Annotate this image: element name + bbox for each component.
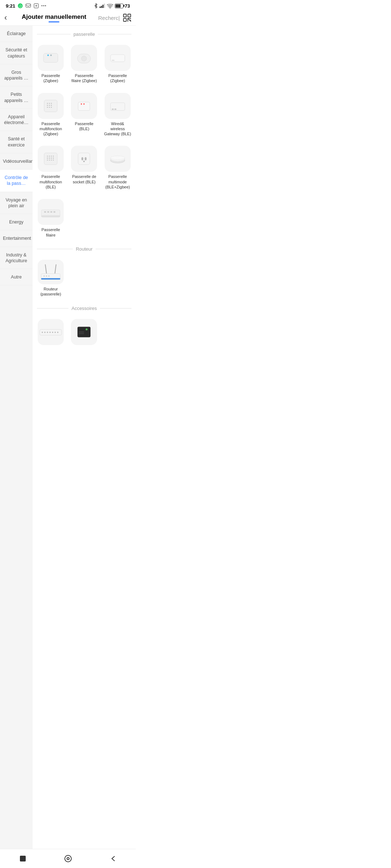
nav-home-button[interactable] <box>63 854 73 861</box>
svg-point-24 <box>47 105 48 106</box>
svg-rect-20 <box>44 100 57 111</box>
svg-rect-49 <box>78 153 90 165</box>
svg-point-22 <box>49 103 50 104</box>
section-accessoires: Accessoires <box>37 306 131 311</box>
device-socket-ble[interactable]: Passerelle de socket (BLE) <box>69 142 99 192</box>
page-title: Ajouter manuellement <box>10 13 98 21</box>
svg-rect-35 <box>114 109 116 110</box>
svg-point-0 <box>18 3 22 8</box>
svg-rect-34 <box>112 109 114 110</box>
accessoires-grid <box>35 315 133 350</box>
title-underline <box>49 21 59 22</box>
nav-back-button[interactable] <box>108 854 118 861</box>
bottom-navigation <box>0 849 136 861</box>
device-filaire-box[interactable]: Passerelle filaire <box>35 195 66 241</box>
svg-point-48 <box>53 160 54 161</box>
svg-point-39 <box>51 156 52 157</box>
device-label: Passerelle multifonction (BLE) <box>37 174 64 190</box>
svg-point-73 <box>50 332 51 333</box>
sidebar-item-controle[interactable]: Contrôle de la pass… <box>0 170 33 192</box>
back-button[interactable]: ‹ <box>4 13 7 22</box>
device-multifonction-ble[interactable]: Passerelle multifonction (BLE) <box>35 142 66 192</box>
sidebar-item-autre[interactable]: Autre <box>0 269 33 285</box>
sidebar-item-electro[interactable]: Appareil électromé… <box>0 109 33 131</box>
message-icon <box>25 3 31 9</box>
sidebar-item-video[interactable]: Vidéosurveillance <box>0 153 33 170</box>
svg-point-21 <box>47 103 48 104</box>
app-header: ‹ Ajouter manuellement Recherc| <box>0 10 136 26</box>
signal-icon <box>100 4 105 8</box>
svg-rect-11 <box>128 14 131 17</box>
main-layout: Éclairage Sécurité et capteurs Gros appa… <box>0 26 136 861</box>
bluetooth-icon <box>94 3 98 9</box>
svg-rect-7 <box>102 5 104 8</box>
status-bar: 9:21 ··· <box>0 0 136 10</box>
search-text[interactable]: Recherc| <box>98 15 120 21</box>
svg-point-72 <box>47 332 48 333</box>
svg-rect-57 <box>41 216 60 217</box>
svg-point-38 <box>49 156 50 157</box>
status-right: 73 <box>94 3 130 9</box>
device-passerelle-ble[interactable]: Passerelle (BLE) <box>69 89 99 140</box>
header-actions: Recherc| <box>98 13 131 22</box>
svg-rect-65 <box>41 278 60 280</box>
device-label: Passerelle (BLE) <box>70 121 98 132</box>
svg-point-76 <box>57 332 59 333</box>
nav-stop-button[interactable] <box>18 854 28 861</box>
battery-icon <box>115 4 123 8</box>
svg-rect-61 <box>54 212 55 213</box>
svg-rect-59 <box>47 212 49 213</box>
device-label: Passerelle multifonction (Zigbee) <box>37 121 64 137</box>
time: 9:21 <box>6 3 15 9</box>
sidebar-item-voyage[interactable]: Voyage en plein air <box>0 192 33 214</box>
svg-point-40 <box>53 156 54 157</box>
svg-point-82 <box>65 855 71 861</box>
svg-rect-36 <box>44 153 57 165</box>
svg-point-32 <box>84 103 85 105</box>
device-label: Passerelle de socket (BLE) <box>70 174 98 184</box>
svg-point-50 <box>81 157 83 161</box>
sidebar-item-sante[interactable]: Santé et exercice <box>0 131 33 153</box>
content-area: passerelle Passerelle (Zigbee) <box>33 26 136 861</box>
svg-point-28 <box>49 107 50 108</box>
sidebar: Éclairage Sécurité et capteurs Gros appa… <box>0 26 33 861</box>
device-router[interactable]: Routeur (passerelle) <box>35 256 66 300</box>
svg-point-52 <box>83 161 85 162</box>
sidebar-item-gros[interactable]: Gros appareils … <box>0 64 33 87</box>
svg-rect-5 <box>100 7 101 8</box>
svg-rect-19 <box>112 60 114 61</box>
svg-rect-60 <box>50 212 52 213</box>
scan-button[interactable] <box>123 13 131 22</box>
svg-rect-10 <box>123 14 126 17</box>
svg-point-27 <box>47 107 48 108</box>
sidebar-item-securite[interactable]: Sécurité et capteurs <box>0 42 33 64</box>
sidebar-item-industry[interactable]: Industry & Agriculture <box>0 247 33 269</box>
sidebar-item-eclairage[interactable]: Éclairage <box>0 26 33 42</box>
device-multifonction-zigbee[interactable]: Passerelle multifonction (Zigbee) <box>35 89 66 140</box>
svg-point-42 <box>49 158 50 159</box>
device-accessory-1[interactable] <box>35 315 66 350</box>
device-wired-wireless[interactable]: Wired& wireless Gateway (BLE) <box>102 89 133 140</box>
svg-point-17 <box>81 56 87 61</box>
svg-rect-1 <box>26 4 30 7</box>
svg-point-43 <box>51 158 52 159</box>
device-passerelle-zigbee-1[interactable]: Passerelle (Zigbee) <box>35 41 66 86</box>
device-passerelle-filaire-zigbee[interactable]: Passerelle filaire (Zigbee) <box>69 41 99 86</box>
svg-rect-6 <box>101 6 102 8</box>
svg-point-67 <box>46 275 47 276</box>
svg-point-83 <box>67 858 69 860</box>
svg-point-78 <box>86 328 88 330</box>
svg-rect-8 <box>104 4 105 8</box>
svg-rect-81 <box>20 856 26 861</box>
sidebar-item-energy[interactable]: Energy <box>0 214 33 230</box>
device-label: Routeur (passerelle) <box>37 286 64 297</box>
device-passerelle-zigbee-2[interactable]: Passerelle (Zigbee) <box>102 41 133 86</box>
sidebar-item-petits[interactable]: Petits appareils … <box>0 86 33 109</box>
status-left: 9:21 ··· <box>6 3 47 9</box>
device-accessory-2[interactable] <box>69 315 99 350</box>
svg-rect-12 <box>123 18 126 21</box>
device-multimode[interactable]: Passerelle multimode (BLE+Zigbee) <box>102 142 133 192</box>
sidebar-item-entertainment[interactable]: Entertainment <box>0 230 33 247</box>
device-label: Passerelle filaire <box>37 227 64 238</box>
svg-point-55 <box>110 156 125 160</box>
